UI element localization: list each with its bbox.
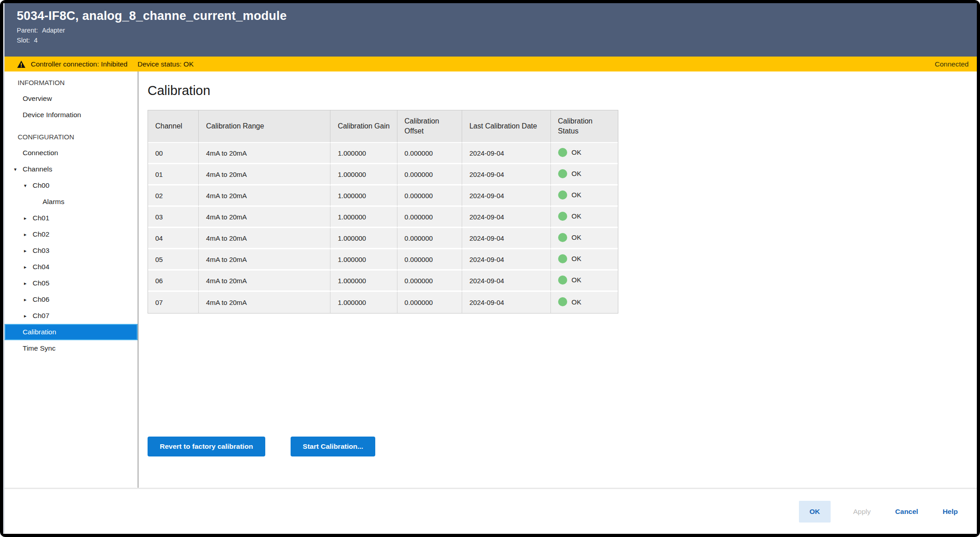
sidebar-item-connection[interactable]: Connection	[5, 145, 138, 161]
action-button-row: Revert to factory calibration Start Cali…	[148, 437, 977, 456]
chevron-right-icon[interactable]: ▸	[24, 248, 33, 253]
revert-factory-calibration-button[interactable]: Revert to factory calibration	[148, 437, 265, 456]
cell-offset: 0.000000	[397, 164, 462, 185]
sidebar-item-ch04[interactable]: ▸Ch04	[5, 259, 138, 275]
apply-button[interactable]: Apply	[851, 508, 873, 516]
chevron-right-icon[interactable]: ▸	[24, 216, 33, 221]
chevron-right-icon[interactable]: ▸	[24, 314, 33, 318]
sidebar-item-alarms[interactable]: Alarms	[5, 194, 138, 210]
slot-row: Slot:4	[17, 37, 977, 44]
chevron-right-icon[interactable]: ▸	[24, 232, 33, 237]
cell-channel: 00	[148, 143, 199, 164]
cell-status: OK	[551, 292, 618, 313]
cell-gain: 1.000000	[330, 185, 397, 207]
column-header: Calibration Offset	[397, 110, 462, 143]
status-ok-icon	[558, 212, 567, 221]
sidebar-item-label: Ch06	[33, 295, 49, 304]
cell-gain: 1.000000	[330, 164, 397, 185]
chevron-right-icon[interactable]: ▸	[24, 281, 33, 286]
cell-channel: 07	[148, 292, 199, 313]
cell-date: 2024-09-04	[462, 292, 551, 313]
sidebar-heading-information: INFORMATION	[5, 74, 138, 90]
cell-offset: 0.000000	[397, 207, 462, 228]
footer-bar: OK Apply Cancel Help	[5, 488, 977, 534]
alert-bar: Controller connection: Inhibited Device …	[5, 57, 977, 71]
calibration-table-head: ChannelCalibration RangeCalibration Gain…	[148, 110, 618, 143]
ok-button[interactable]: OK	[799, 501, 831, 523]
cell-gain: 1.000000	[330, 143, 397, 164]
help-button[interactable]: Help	[941, 508, 960, 516]
column-header: Calibration Gain	[330, 110, 397, 143]
status-ok-icon	[558, 276, 567, 285]
sidebar-item-ch01[interactable]: ▸Ch01	[5, 210, 138, 226]
sidebar-item-label: Channels	[23, 165, 53, 173]
cell-status: OK	[551, 228, 618, 249]
sidebar-item-time-sync[interactable]: Time Sync	[5, 340, 138, 356]
body: INFORMATIONOverviewDevice InformationCON…	[5, 71, 977, 488]
cell-gain: 1.000000	[330, 207, 397, 228]
slot-value: 4	[34, 37, 38, 44]
status-ok-icon	[558, 254, 567, 263]
cell-channel: 02	[148, 185, 199, 207]
column-header: Last Calibration Date	[462, 110, 551, 143]
chevron-right-icon[interactable]: ▸	[24, 297, 33, 302]
cell-status: OK	[551, 271, 618, 292]
cell-range: 4mA to 20mA	[199, 143, 330, 164]
cell-channel: 01	[148, 164, 199, 185]
column-header: Calibration Range	[199, 110, 330, 143]
calibration-table-header-row: ChannelCalibration RangeCalibration Gain…	[148, 110, 618, 143]
cell-channel: 03	[148, 207, 199, 228]
cell-offset: 0.000000	[397, 249, 462, 271]
sidebar-item-device-information[interactable]: Device Information	[5, 107, 138, 123]
column-header: Calibration Status	[551, 110, 618, 143]
chevron-down-icon[interactable]: ▾	[14, 167, 23, 172]
calibration-table: ChannelCalibration RangeCalibration Gain…	[148, 110, 618, 314]
cell-range: 4mA to 20mA	[199, 164, 330, 185]
cell-gain: 1.000000	[330, 228, 397, 249]
cell-channel: 05	[148, 249, 199, 271]
sidebar-item-ch02[interactable]: ▸Ch02	[5, 226, 138, 242]
status-label: OK	[572, 191, 582, 199]
sidebar-heading-configuration: CONFIGURATION	[5, 128, 138, 145]
sidebar-item-calibration[interactable]: Calibration	[5, 324, 138, 340]
sidebar-item-label: Ch03	[33, 247, 49, 255]
device-status: Device status: OK	[138, 60, 194, 68]
page-title: Calibration	[148, 83, 977, 98]
sidebar-item-ch00[interactable]: ▾Ch00	[5, 177, 138, 194]
status-label: OK	[572, 148, 582, 156]
status-ok-icon	[558, 233, 567, 242]
table-row-ch02: 024mA to 20mA1.0000000.0000002024-09-04O…	[148, 185, 618, 207]
sidebar-item-overview[interactable]: Overview	[5, 90, 138, 107]
cancel-button[interactable]: Cancel	[894, 508, 920, 516]
sidebar-item-ch06[interactable]: ▸Ch06	[5, 291, 138, 308]
sidebar-item-label: Ch07	[33, 312, 49, 320]
parent-value: Adapter	[42, 27, 65, 34]
table-row-ch07: 074mA to 20mA1.0000000.0000002024-09-04O…	[148, 292, 618, 313]
sidebar-item-ch05[interactable]: ▸Ch05	[5, 275, 138, 291]
cell-channel: 06	[148, 271, 199, 292]
chevron-down-icon[interactable]: ▾	[24, 183, 33, 188]
sidebar-item-channels[interactable]: ▾Channels	[5, 161, 138, 177]
sidebar-item-label: Calibration	[23, 328, 56, 336]
cell-gain: 1.000000	[330, 271, 397, 292]
cell-date: 2024-09-04	[462, 143, 551, 164]
sidebar-item-label: Time Sync	[23, 344, 56, 352]
sidebar-item-label: Ch02	[33, 230, 49, 238]
cell-date: 2024-09-04	[462, 185, 551, 207]
cell-status: OK	[551, 143, 618, 164]
sidebar-item-label: Ch01	[33, 214, 49, 222]
chevron-right-icon[interactable]: ▸	[24, 265, 33, 270]
sidebar-item-ch07[interactable]: ▸Ch07	[5, 308, 138, 324]
connection-state-badge: Connected	[935, 60, 969, 68]
start-calibration-button[interactable]: Start Calibration...	[291, 437, 376, 456]
status-label: OK	[572, 255, 582, 262]
calibration-table-body: 004mA to 20mA1.0000000.0000002024-09-04O…	[148, 143, 618, 313]
cell-range: 4mA to 20mA	[199, 185, 330, 207]
window-frame: 5034-IF8C, analog_8_channe_current_modul…	[0, 0, 980, 537]
cell-range: 4mA to 20mA	[199, 271, 330, 292]
status-label: OK	[572, 212, 582, 220]
cell-offset: 0.000000	[397, 185, 462, 207]
sidebar-item-ch03[interactable]: ▸Ch03	[5, 242, 138, 259]
cell-offset: 0.000000	[397, 143, 462, 164]
status-ok-icon	[558, 148, 567, 157]
